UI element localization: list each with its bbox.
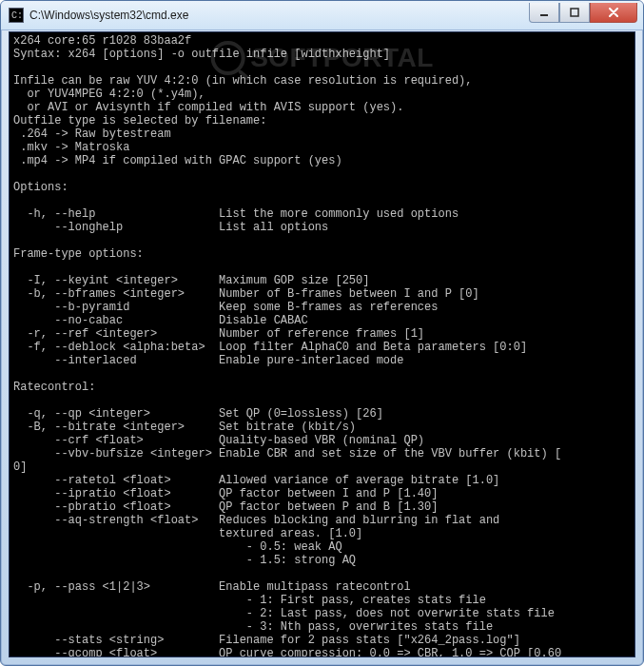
cmd-window: C:\ C:\Windows\system32\cmd.exe x264 cor… (0, 0, 644, 666)
svg-rect-0 (540, 14, 548, 16)
titlebar[interactable]: C:\ C:\Windows\system32\cmd.exe (1, 1, 643, 30)
maximize-button[interactable] (559, 3, 590, 23)
terminal-output: x264 core:65 r1028 83baa2f Syntax: x264 … (10, 32, 634, 657)
svg-rect-1 (571, 9, 578, 16)
window-title: C:\Windows\system32\cmd.exe (29, 9, 188, 22)
cmd-app-icon: C:\ (9, 8, 24, 23)
minimize-icon (539, 8, 549, 17)
close-button[interactable] (590, 3, 637, 23)
maximize-icon (570, 8, 579, 17)
window-buttons (529, 3, 637, 23)
terminal-client-area[interactable]: x264 core:65 r1028 83baa2f Syntax: x264 … (9, 31, 635, 657)
minimize-button[interactable] (529, 3, 559, 23)
close-icon (608, 8, 619, 17)
